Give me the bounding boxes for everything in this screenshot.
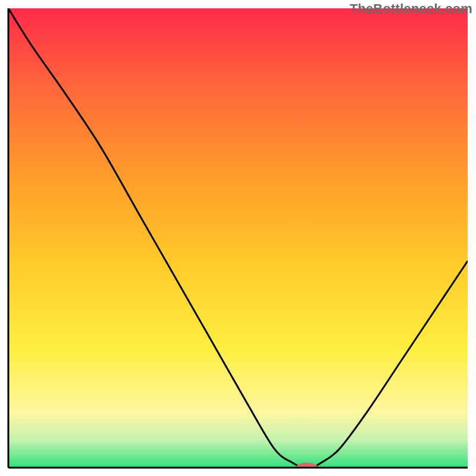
heatmap-gradient	[8, 8, 468, 468]
watermark-text: TheBottleneck.com	[350, 1, 472, 17]
bottleneck-chart	[0, 0, 476, 476]
chart-container: TheBottleneck.com	[0, 0, 476, 476]
